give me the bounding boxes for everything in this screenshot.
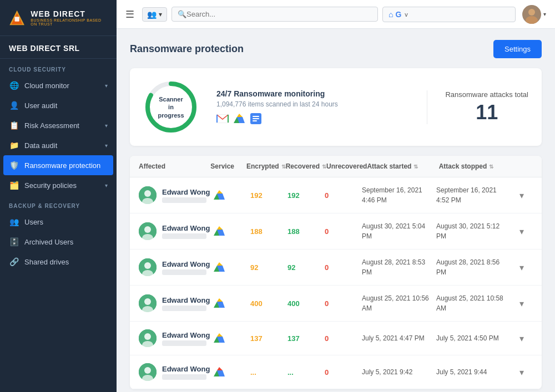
settings-button[interactable]: Settings [493,40,542,58]
svg-point-26 [144,226,151,233]
expand-row-button[interactable]: ▾ [511,298,533,309]
unrecovered-count: 0 [325,227,362,236]
sidebar-item-label: Risk Assessment [24,121,103,130]
page-header: Ransomware protection Settings [130,40,542,58]
service-cell [213,190,250,201]
th-attack-stopped[interactable]: Attack stopped⇅ [439,162,511,170]
monitoring-description: 1,094,776 items scanned in last 24 hours [216,100,409,108]
main-content: ☰ 👥 ▾ 🔍 ⌂ G v ▾ Ransomwar [117,0,555,392]
attack-stopped-date: July 5, 2021 4:50 PM [436,333,511,343]
sidebar-item-users[interactable]: 👥 Users [0,212,117,232]
sidebar-section-cloud-security: CLOUD SECURITY [0,59,117,75]
url-text: v [405,11,509,18]
unrecovered-count: 0 [325,368,362,376]
sidebar-item-data-audit[interactable]: 📁 Data audit ▾ [0,135,117,155]
account-icon: 👥 [147,10,157,19]
expand-row-button[interactable]: ▾ [511,262,533,273]
logo-icon [8,7,26,29]
topbar: ☰ 👥 ▾ 🔍 ⌂ G v ▾ [117,0,555,29]
sidebar-item-cloud-monitor[interactable]: 🌐 Cloud monitor ▾ [0,75,117,95]
th-recovered[interactable]: Recovered⇅ [286,162,326,170]
monitoring-title: 24/7 Ransomware monitoring [216,89,409,98]
user-name: Edward Wong [162,260,210,268]
user-email [162,340,206,346]
sidebar-item-label: Cloud monitor [24,82,103,90]
user-cell: Edward Wong [139,186,213,204]
user-info: Edward Wong [162,365,210,380]
ransomware-protection-icon: 🛡️ [9,160,19,170]
chevron-down-icon: ▾ [105,123,108,129]
user-name: Edward Wong [162,188,210,196]
logo-text: WEB DIRECT Business relationship based o… [31,9,109,26]
attack-stopped-date: July 5, 2021 9:44 [436,367,511,377]
google-icon: G [395,10,401,19]
table-row: Edward Wong ... ... 0 July 5, 2021 9:42 … [130,355,542,389]
user-audit-icon: 👤 [9,100,19,110]
th-attack-started[interactable]: Attack started⇅ [367,162,438,170]
encrypted-count: 188 [250,227,287,236]
sidebar-section-backup-recovery: BACKUP & RECOVERY [0,195,117,212]
attacks-count: 11 [445,101,528,124]
sidebar-item-ransomware-protection[interactable]: 🛡️ Ransomware protection [3,155,113,175]
chevron-down-icon: ▾ [105,182,108,189]
th-encrypted[interactable]: Encrypted⇅ [246,162,286,170]
attack-stopped-date: September 16, 2021 4:52 PM [436,185,511,205]
account-switcher[interactable]: 👥 ▾ [142,7,167,22]
sidebar-item-user-audit[interactable]: 👤 User audit [0,95,117,115]
unrecovered-count: 0 [325,191,362,200]
search-input[interactable] [186,10,372,18]
content-area: Ransomware protection Settings Scanner i… [117,29,555,392]
avatar[interactable] [522,5,541,24]
shared-drives-icon: 🔗 [9,257,19,267]
service-icons [216,113,409,125]
attack-started-date: August 28, 2021 8:53 PM [362,257,436,277]
unrecovered-count: 0 [325,263,362,272]
encrypted-count: 400 [250,299,287,308]
user-info: Edward Wong [162,331,210,346]
user-email [162,197,206,203]
user-cell: Edward Wong [139,222,213,240]
encrypted-count: ... [250,368,287,376]
th-unrecovered: Unrecovered [326,162,367,170]
sidebar-logo: WEB DIRECT Business relationship based o… [0,0,117,36]
user-avatar [139,294,157,312]
sidebar-item-label: Archived Users [24,238,108,246]
sidebar-item-archived-users[interactable]: 🗄️ Archived Users [0,232,117,252]
avatar-chevron-icon[interactable]: ▾ [543,11,546,17]
user-avatar [139,363,157,381]
expand-row-button[interactable]: ▾ [511,367,533,378]
svg-point-32 [144,262,151,269]
user-info: Edward Wong [162,260,210,275]
account-label: ▾ [159,11,162,18]
sort-icon: ⇅ [489,164,493,170]
svg-point-20 [144,190,151,197]
archived-users-icon: 🗄️ [9,237,19,247]
users-icon: 👥 [9,217,19,227]
sidebar-item-label: Shared drives [24,258,108,266]
chevron-down-icon: ▾ [105,83,108,89]
home-icon: ⌂ [389,10,393,19]
sort-icon: ⇅ [322,164,326,170]
sidebar-item-shared-drives[interactable]: 🔗 Shared drives [0,252,117,272]
svg-rect-17 [253,118,259,119]
svg-rect-18 [253,120,257,121]
attack-started-date: September 16, 2021 4:46 PM [362,185,436,205]
service-cell [213,262,250,273]
expand-row-button[interactable]: ▾ [511,226,533,237]
table-row: Edward Wong 188 188 0 August 30, 2021 5:… [130,213,542,250]
encrypted-count: 192 [250,191,287,200]
menu-icon[interactable]: ☰ [125,8,134,21]
sidebar-item-security-policies[interactable]: 🗂️ Security policies ▾ [0,175,117,195]
scanner-label: Scanner in progress [157,95,185,119]
url-bar[interactable]: ⌂ G v [382,7,516,22]
svg-point-44 [144,333,151,340]
user-info: Edward Wong [162,224,210,239]
chevron-down-icon: ▾ [105,142,108,149]
expand-row-button[interactable]: ▾ [511,333,533,344]
search-bar[interactable]: 🔍 [171,7,378,22]
logo-subtitle: Business relationship based on trust [31,18,109,26]
avatar-image [522,5,541,24]
sidebar-item-risk-assessment[interactable]: 📋 Risk Assessment ▾ [0,115,117,135]
svg-point-38 [144,298,151,305]
expand-row-button[interactable]: ▾ [511,190,533,201]
